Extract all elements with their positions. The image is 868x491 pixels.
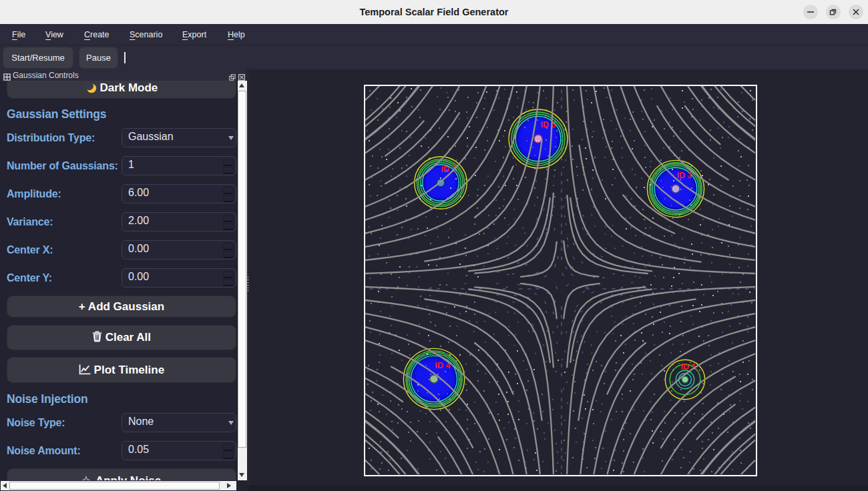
svg-text:ID 3: ID 3 [677,171,692,180]
svg-text:ID 1: ID 1 [681,362,696,372]
svg-text:ID 5: ID 5 [541,120,556,129]
